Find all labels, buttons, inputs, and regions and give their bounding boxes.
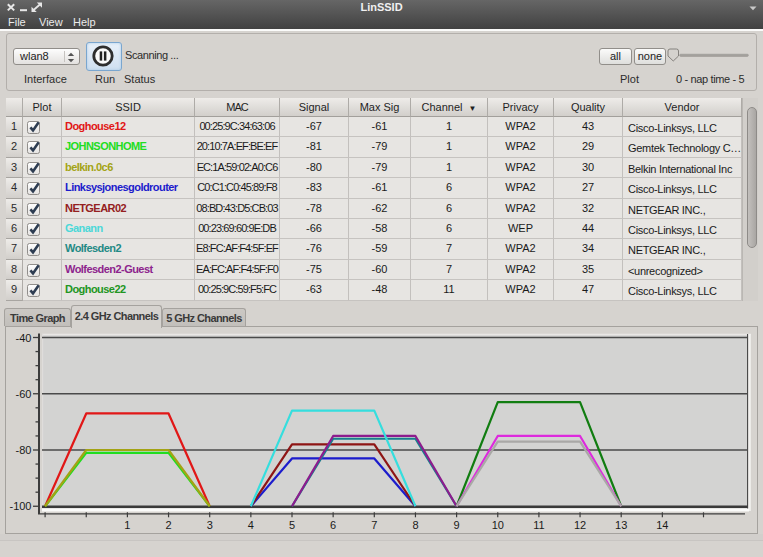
svg-text:3: 3 xyxy=(207,519,213,531)
svg-text:10: 10 xyxy=(492,519,504,531)
svg-text:-80: -80 xyxy=(16,444,32,456)
svg-text:-100: -100 xyxy=(9,500,31,512)
svg-text:4: 4 xyxy=(248,519,254,531)
svg-text:7: 7 xyxy=(371,519,377,531)
svg-text:-40: -40 xyxy=(16,332,32,344)
svg-text:-60: -60 xyxy=(16,388,32,400)
svg-text:6: 6 xyxy=(330,519,336,531)
svg-text:8: 8 xyxy=(412,519,418,531)
svg-text:1: 1 xyxy=(124,519,130,531)
svg-text:5: 5 xyxy=(289,519,295,531)
svg-text:9: 9 xyxy=(454,519,460,531)
svg-text:2: 2 xyxy=(165,519,171,531)
svg-text:13: 13 xyxy=(615,519,627,531)
svg-text:14: 14 xyxy=(656,519,668,531)
svg-text:11: 11 xyxy=(533,519,544,531)
svg-text:12: 12 xyxy=(574,519,586,531)
